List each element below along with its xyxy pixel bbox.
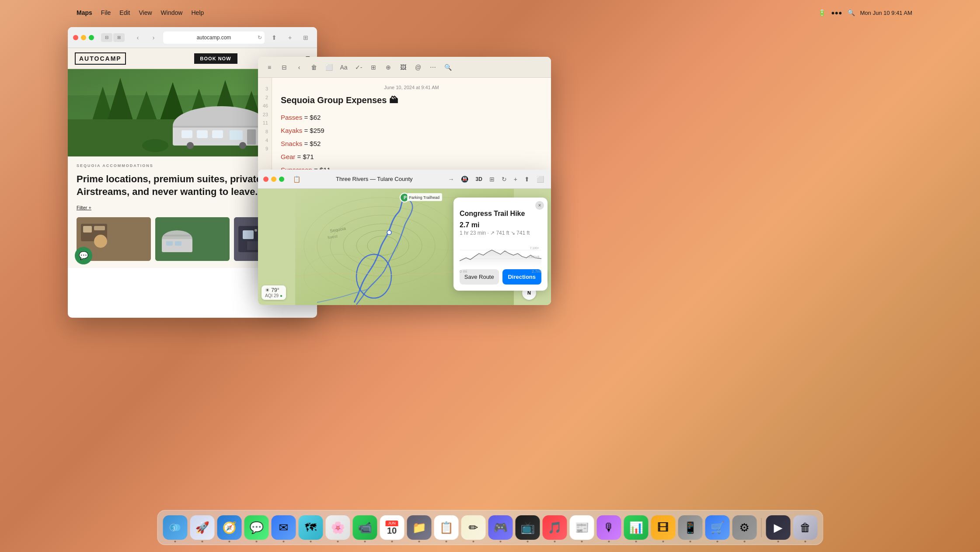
search-icon[interactable]: 🔍 [847, 9, 855, 16]
svg-point-19 [187, 142, 194, 149]
menu-bar-time: Mon Jun 10 9:41 AM [860, 10, 912, 16]
property-card-2[interactable] [155, 217, 230, 261]
gear-label: Gear [281, 153, 295, 160]
dock-iina[interactable]: ▶ [766, 515, 790, 540]
dock-freeform[interactable]: ✏ [461, 515, 485, 540]
menu-bar: Maps File Edit View Window Help 🔋 ●●● 🔍 … [68, 4, 912, 21]
maps-expand-button[interactable]: ⬜ [535, 174, 546, 184]
maps-minimize-button[interactable] [271, 177, 276, 182]
refresh-button[interactable]: ↻ [258, 35, 262, 41]
dock-messages[interactable]: 💬 [244, 515, 269, 540]
dock-arcade[interactable]: 🎮 [488, 515, 513, 540]
line-23: 23 [260, 111, 270, 119]
svg-rect-35 [164, 235, 190, 236]
notes-format-button[interactable]: Aa [338, 61, 350, 73]
popup-close-button[interactable]: × [535, 201, 544, 210]
menu-file[interactable]: File [101, 9, 111, 16]
tabs-button[interactable]: ⊞ [300, 31, 312, 44]
dock-facetime[interactable]: 📹 [352, 515, 377, 540]
maps-route-button[interactable]: → [446, 174, 456, 184]
snacks-value: = $52 [304, 140, 321, 147]
dock-mail[interactable]: ✉ [271, 515, 296, 540]
notes-attach-button[interactable]: ⊕ [382, 61, 394, 73]
maps-notes-icon[interactable]: 📋 [291, 174, 302, 184]
chart-start-label: 0 mi [460, 269, 467, 274]
notes-media-button[interactable]: 🖼 [397, 61, 409, 73]
chat-button[interactable]: 💬 [75, 247, 92, 264]
forward-button[interactable]: › [147, 31, 160, 44]
window-controls: ⊟ ⊞ [101, 33, 125, 42]
app-name[interactable]: Maps [77, 9, 92, 16]
notes-sidebar-button[interactable]: ≡ [263, 61, 276, 73]
notes-checklist-button[interactable]: ✓- [352, 61, 365, 73]
maps-view-button[interactable]: ⊞ [488, 174, 496, 184]
dock-systemprefs[interactable]: ⚙ [732, 515, 757, 540]
maps-add-button[interactable]: + [512, 174, 519, 184]
book-now-button[interactable]: BOOK NOW [194, 53, 237, 64]
dock: :) 🚀 🧭 💬 ✉ 🗺 🌸 📹 JUN 10 📁 📋 ✏ 🎮 📺 [157, 510, 823, 545]
notes-table-button[interactable]: ⊞ [367, 61, 380, 73]
minimize-button[interactable] [81, 35, 86, 40]
dock-appstore[interactable]: 🛒 [705, 515, 729, 540]
wifi-icon: ●●● [831, 9, 842, 16]
svg-point-21 [142, 139, 168, 152]
dock-news[interactable]: 📰 [569, 515, 594, 540]
dock-calendar[interactable]: JUN 10 [380, 515, 404, 540]
share-button[interactable]: ⬆ [268, 31, 280, 44]
notes-list-button[interactable]: ⊟ [278, 61, 290, 73]
maps-fullscreen-button[interactable] [279, 177, 284, 182]
dock-reminders[interactable]: 📋 [434, 515, 458, 540]
fullscreen-button[interactable] [89, 35, 94, 40]
menu-window[interactable]: Window [161, 9, 183, 16]
dock-keynote[interactable]: 🎞 [651, 515, 675, 540]
elevation-svg: 7,100+ 6,800+ft [460, 241, 541, 267]
address-text: autocamp.com [197, 35, 231, 41]
note-gear: Gear = $71 [281, 152, 542, 162]
autocamp-logo[interactable]: AUTOCAMP [75, 52, 126, 65]
filter-button[interactable]: Filter + [77, 205, 91, 210]
reader-button[interactable]: ⊞ [113, 33, 125, 42]
sidebar-toggle-button[interactable]: ⊟ [101, 33, 112, 42]
maps-share-button[interactable]: ⬆ [523, 174, 531, 184]
notes-more-button[interactable]: ⋯ [427, 61, 439, 73]
maps-refresh-button[interactable]: ↻ [500, 174, 509, 184]
dock-safari[interactable]: 🧭 [217, 515, 241, 540]
close-button[interactable] [73, 35, 78, 40]
dock-maps[interactable]: 🗺 [298, 515, 323, 540]
dock-launchpad[interactable]: 🚀 [190, 515, 214, 540]
dock-podcasts[interactable]: 🎙 [596, 515, 621, 540]
notes-back-button[interactable]: ‹ [293, 61, 305, 73]
new-tab-button[interactable]: + [284, 31, 296, 44]
notes-share-button[interactable]: ⬜ [323, 61, 335, 73]
trail-meta: 1 hr 23 min · ↗ 741 ft ↘ 741 ft [460, 230, 541, 236]
notes-mention-button[interactable]: @ [412, 61, 424, 73]
dock-photos[interactable]: 🌸 [325, 515, 350, 540]
popup-content: Congress Trail Hike 2.7 mi 1 hr 23 min ·… [453, 210, 548, 291]
svg-text:7,100+: 7,100+ [530, 246, 539, 250]
weather-badge: ☀ 79° AQI 29 ● [262, 285, 286, 300]
back-button[interactable]: ‹ [132, 31, 144, 44]
dock-appletv[interactable]: 📺 [515, 515, 540, 540]
svg-rect-33 [166, 241, 173, 246]
dock-files[interactable]: 📁 [407, 515, 431, 540]
dock-iphone[interactable]: 📱 [678, 515, 702, 540]
notes-search-button[interactable]: 🔍 [442, 61, 454, 73]
svg-rect-27 [83, 226, 92, 233]
elevation-up-icon: ↗ [490, 230, 496, 236]
notes-delete-button[interactable]: 🗑 [308, 61, 320, 73]
line-9: 9 [260, 145, 270, 153]
menu-view[interactable]: View [139, 9, 152, 16]
maps-window: 📋 Three Rivers — Tulare County → 🚇 3D ⊞ … [258, 170, 551, 305]
dock-numbers[interactable]: 📊 [624, 515, 648, 540]
dock-finder[interactable]: :) [163, 515, 187, 540]
maps-close-button[interactable] [263, 177, 269, 182]
address-bar[interactable]: autocamp.com ↻ [163, 31, 265, 44]
dock-trash[interactable]: 🗑 [793, 515, 817, 540]
maps-3d-button[interactable]: 3D [474, 174, 484, 184]
chart-end-label: 2.7mi [532, 269, 541, 274]
menu-edit[interactable]: Edit [119, 9, 130, 16]
maps-transit-button[interactable]: 🚇 [459, 174, 470, 184]
dock-music[interactable]: 🎵 [542, 515, 567, 540]
menu-help[interactable]: Help [191, 9, 204, 16]
maps-window-title: Three Rivers — Tulare County [306, 176, 443, 182]
